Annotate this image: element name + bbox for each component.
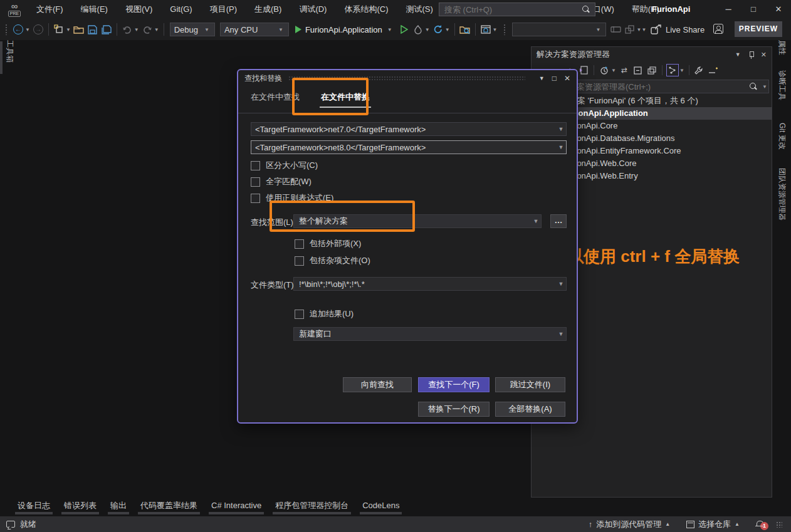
replace-input[interactable] (251, 143, 556, 152)
menu-file[interactable]: 文件(F) (28, 0, 72, 19)
undo-icon[interactable] (121, 23, 134, 36)
account-icon[interactable] (713, 24, 723, 34)
sidebar-tab-diagnostic-tools[interactable]: 诊断工具 (777, 70, 787, 100)
include-external-option[interactable]: 包括外部项(X) (295, 238, 361, 249)
new-project-dropdown[interactable]: ▼ (66, 27, 71, 33)
tab-device-log[interactable]: 设备日志 (18, 500, 50, 516)
menu-test[interactable]: 测试(S) (397, 0, 441, 19)
add-to-source-control-button[interactable]: ↑ 添加到源代码管理 ▲ (589, 519, 670, 530)
sidebar-tab-team-explorer[interactable]: 团队资源管理器 (777, 168, 787, 221)
sidebar-tab-properties[interactable]: 属性 (777, 40, 787, 55)
toolbar-drag-handle[interactable] (5, 24, 8, 35)
redo-dropdown[interactable]: ▼ (154, 27, 159, 33)
collapse-all-icon[interactable] (632, 64, 644, 76)
sidebar-tab-toolbox[interactable]: 工具箱 (4, 40, 15, 63)
solution-platform-dropdown[interactable]: Any CPU▼ (220, 23, 289, 36)
new-project-icon[interactable] (53, 23, 65, 36)
undo-dropdown[interactable]: ▼ (134, 27, 139, 33)
hot-reload-dropdown[interactable]: ▼ (425, 27, 430, 33)
rename-icon[interactable] (609, 23, 622, 36)
close-button[interactable]: ✕ (766, 0, 791, 19)
preview-feedback-button[interactable]: PREVIEW (735, 21, 782, 37)
sync-with-active-document-icon[interactable] (666, 64, 679, 76)
navigate-back-dropdown[interactable]: ▼ (25, 27, 30, 33)
panel-menu-dropdown[interactable]: ▼ (735, 51, 741, 58)
include-misc-option[interactable]: 包括杂项文件(O) (295, 255, 370, 266)
filetype-dropdown[interactable]: !*\bin\*;!*\obj\*;!*\.* ▼ (293, 277, 567, 291)
replace-all-button[interactable]: 全部替换(A) (495, 402, 565, 417)
restart-icon[interactable] (432, 23, 444, 36)
minimize-button[interactable]: ─ (716, 0, 741, 19)
tab-output[interactable]: 输出 (110, 500, 127, 516)
navigate-forward-button[interactable]: → (32, 23, 45, 36)
properties-wrench-icon[interactable] (693, 64, 706, 76)
whole-word-option[interactable]: 全字匹配(W) (251, 176, 312, 187)
browse-scope-button[interactable]: … (550, 214, 567, 228)
preview-changes-icon[interactable] (623, 23, 636, 36)
feedback-icon[interactable] (6, 521, 15, 528)
notifications-bell-icon[interactable]: 1 (756, 521, 763, 528)
dialog-titlebar[interactable]: 查找和替换 ▼ □ ✕ (238, 70, 577, 86)
window-layout-icon[interactable] (479, 23, 492, 36)
show-all-files-icon[interactable] (646, 64, 658, 76)
filter-dropdown[interactable]: ▼ (611, 68, 616, 73)
replace-next-button[interactable]: 替换下一个(R) (418, 402, 490, 417)
redo-icon[interactable] (141, 23, 154, 36)
quick-search-input[interactable] (439, 5, 581, 14)
sync-active-dropdown[interactable]: ▼ (679, 68, 684, 73)
tab-code-coverage[interactable]: 代码覆盖率结果 (140, 500, 197, 516)
menu-project[interactable]: 项目(P) (201, 0, 246, 19)
dialog-dock-dropdown[interactable]: ▼ (539, 75, 545, 81)
tab-csharp-interactive[interactable]: C# Interactive (211, 500, 261, 516)
switch-views-icon[interactable] (577, 64, 590, 76)
toolbar-overflow-dropdown-2[interactable]: ▼▼ (636, 27, 646, 33)
menu-build[interactable]: 生成(B) (246, 0, 290, 19)
find-next-button[interactable]: 查找下一个(F) (418, 377, 490, 392)
restart-dropdown[interactable]: ▼ (445, 27, 450, 33)
whole-word-checkbox[interactable] (251, 177, 260, 187)
use-regex-checkbox[interactable] (251, 194, 260, 203)
results-window-dropdown[interactable]: 新建窗口 ▼ (293, 327, 567, 341)
new-item-icon[interactable] (707, 64, 720, 76)
include-external-checkbox[interactable] (295, 239, 304, 249)
match-case-option[interactable]: 区分大小写(C) (251, 160, 318, 171)
skip-file-button[interactable]: 跳过文件(I) (495, 377, 565, 392)
menu-git[interactable]: Git(G) (161, 0, 201, 19)
toolbar-drag-handle-2[interactable] (503, 24, 506, 35)
start-without-debugging-icon[interactable] (398, 23, 411, 36)
tab-package-manager-console[interactable]: 程序包管理器控制台 (275, 500, 348, 516)
solution-configuration-dropdown[interactable]: Debug▼ (170, 23, 215, 36)
start-debugging-button[interactable]: FurionApi.Application ▼ (295, 25, 394, 34)
dialog-maximize-icon[interactable]: □ (552, 74, 557, 83)
navigate-back-button[interactable]: ← (12, 23, 24, 36)
menu-debug[interactable]: 调试(D) (290, 0, 335, 19)
pin-icon[interactable] (748, 51, 755, 59)
tab-codelens[interactable]: CodeLens (362, 500, 399, 516)
save-icon[interactable] (86, 23, 99, 36)
live-share-button[interactable]: Live Share (651, 24, 705, 34)
sync-icon[interactable]: ⇄ (618, 64, 631, 76)
maximize-button[interactable]: □ (741, 0, 766, 19)
panel-close-icon[interactable]: ✕ (761, 51, 767, 59)
match-case-checkbox[interactable] (251, 161, 260, 170)
hot-reload-icon[interactable] (412, 23, 424, 36)
append-results-option[interactable]: 追加结果(U) (295, 308, 354, 320)
tab-error-list[interactable]: 错误列表 (64, 500, 97, 516)
menu-architecture[interactable]: 体系结构(C) (335, 0, 397, 19)
quick-search-box[interactable] (439, 3, 595, 16)
find-field[interactable]: ▼ (251, 122, 567, 136)
find-input[interactable] (251, 125, 556, 134)
find-in-files-icon[interactable] (459, 23, 471, 36)
dialog-close-icon[interactable]: ✕ (564, 74, 570, 83)
menu-edit[interactable]: 编辑(E) (72, 0, 117, 19)
replace-history-dropdown[interactable]: ▼ (556, 144, 566, 150)
empty-toolbar-combobox[interactable]: ▼ (512, 23, 606, 36)
search-options-dropdown[interactable]: ▼ (762, 84, 767, 90)
select-repository-button[interactable]: 选择仓库 ▲ (686, 519, 740, 530)
toolbar-overflow-dropdown[interactable]: ▼ (493, 27, 498, 33)
save-all-icon[interactable] (100, 23, 113, 36)
resize-grip[interactable] (776, 521, 782, 528)
replace-field[interactable]: ▼ (251, 140, 567, 154)
menu-view[interactable]: 视图(V) (117, 0, 161, 19)
find-history-dropdown[interactable]: ▼ (556, 126, 566, 132)
